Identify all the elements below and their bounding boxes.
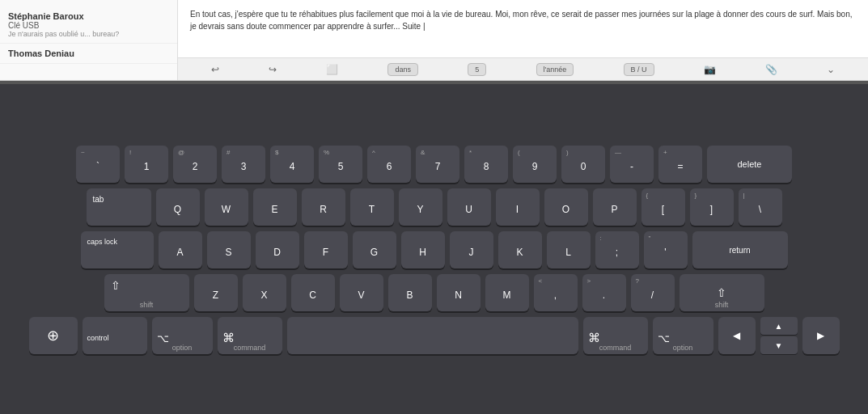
key-8[interactable]: * 8 [464, 146, 508, 183]
key-arrow-right[interactable]: ▶ [802, 317, 840, 354]
key-spacebar[interactable] [287, 317, 578, 354]
key-j[interactable]: J [450, 231, 493, 268]
key-g[interactable]: G [353, 231, 396, 268]
email-sender-2: Thomas Deniau [8, 49, 169, 58]
toolbar-btn-bu[interactable]: B / U [624, 63, 654, 76]
shift-right-icon: ⇧ [717, 286, 726, 299]
globe-icon: ⊕ [47, 327, 59, 344]
key-row-4: ⇧ shift Z X C V B N M < , > . ? / ⇧ shif… [16, 274, 852, 311]
key-v[interactable]: V [340, 274, 383, 311]
key-0[interactable]: ) 0 [561, 146, 605, 183]
key-t[interactable]: T [350, 188, 394, 226]
toolbar-btn-lannee[interactable]: l'année [536, 63, 574, 76]
email-item-2: Thomas Deniau [0, 44, 177, 64]
key-4[interactable]: $ 4 [270, 146, 314, 183]
key-e[interactable]: E [253, 188, 297, 226]
undo-icon[interactable]: ↩ [211, 64, 219, 75]
key-right-bracket[interactable]: } ] [690, 188, 734, 226]
key-equals[interactable]: + = [658, 146, 702, 183]
key-w[interactable]: W [205, 188, 248, 226]
key-tab[interactable]: tab [87, 188, 151, 226]
key-option-left[interactable]: ⌥ option [152, 317, 213, 354]
shift-left-label: shift [104, 301, 189, 309]
key-slash[interactable]: ? / [631, 274, 675, 311]
key-command-right[interactable]: ⌘ command [583, 317, 648, 354]
key-shift-left[interactable]: ⇧ shift [104, 274, 189, 311]
key-r[interactable]: R [302, 188, 345, 226]
key-7[interactable]: & 7 [416, 146, 459, 183]
key-b[interactable]: B [388, 274, 432, 311]
key-k[interactable]: K [498, 231, 542, 268]
key-semicolon[interactable]: : ; [595, 231, 639, 268]
command-right-label: command [583, 344, 648, 352]
email-item-1: Stéphanie Baroux Clé USB Je n'aurais pas… [0, 6, 177, 44]
paperclip-icon[interactable]: 📎 [765, 64, 777, 75]
email-list-panel: Stéphanie Baroux Clé USB Je n'aurais pas… [0, 0, 178, 80]
key-globe[interactable]: ⊕ [29, 317, 78, 354]
key-s[interactable]: S [207, 231, 251, 268]
key-return[interactable]: return [692, 231, 788, 268]
redo-icon[interactable]: ↪ [269, 64, 277, 75]
key-3[interactable]: # 3 [222, 146, 265, 183]
option-right-label: option [653, 344, 713, 352]
email-sender-1: Stéphanie Baroux [8, 11, 169, 21]
key-control[interactable]: control [83, 317, 147, 354]
key-p[interactable]: P [593, 188, 637, 226]
key-comma[interactable]: < , [534, 274, 578, 311]
option-right-icon: ⌥ [658, 332, 670, 344]
key-o[interactable]: O [544, 188, 588, 226]
key-arrow-left[interactable]: ◀ [718, 317, 756, 354]
key-d[interactable]: D [256, 231, 299, 268]
key-backtick[interactable]: ~ ` [76, 146, 120, 183]
key-u[interactable]: U [447, 188, 491, 226]
key-l[interactable]: L [547, 231, 591, 268]
chevron-down-icon[interactable]: ⌄ [827, 64, 835, 75]
camera-icon[interactable]: 📷 [704, 64, 716, 75]
email-preview-1: Je n'aurais pas oublié u... bureau? [8, 30, 169, 38]
key-z[interactable]: Z [194, 274, 238, 311]
key-n[interactable]: N [437, 274, 481, 311]
key-a[interactable]: A [159, 231, 202, 268]
key-h[interactable]: H [401, 231, 445, 268]
key-q[interactable]: Q [156, 188, 200, 226]
key-arrow-up[interactable]: ▲ [760, 317, 798, 335]
key-command-left[interactable]: ⌘ command [218, 317, 282, 354]
option-left-label: option [152, 344, 213, 352]
key-c[interactable]: C [291, 274, 335, 311]
caps-lock-label: caps lock [87, 238, 118, 246]
key-x[interactable]: X [243, 274, 286, 311]
key-minus[interactable]: — - [610, 146, 654, 183]
key-2[interactable]: @ 2 [173, 146, 217, 183]
option-left-icon: ⌥ [157, 332, 169, 344]
key-period[interactable]: > . [582, 274, 626, 311]
email-toolbar: ↩ ↪ ⬜ dans 5 l'année B / U 📷 📎 ⌄ [178, 57, 868, 80]
shift-left-icon: ⇧ [111, 279, 121, 292]
key-quote[interactable]: " ' [644, 231, 688, 268]
email-subject-1: Clé USB [8, 21, 169, 30]
paste-icon[interactable]: ⬜ [326, 64, 338, 75]
key-m[interactable]: M [485, 274, 529, 311]
arrow-up-down-cluster: ▲ ▼ [760, 317, 798, 354]
key-row-3: caps lock A S D F G H J K L : ; " ' retu… [16, 231, 852, 268]
key-6[interactable]: ^ 6 [367, 146, 411, 183]
key-caps-lock[interactable]: caps lock [81, 231, 154, 268]
key-9[interactable]: ( 9 [513, 146, 557, 183]
toolbar-btn-dans[interactable]: dans [387, 63, 418, 76]
key-backslash[interactable]: | \ [739, 188, 782, 226]
key-shift-right[interactable]: ⇧ shift [680, 274, 764, 311]
key-5[interactable]: % 5 [319, 146, 362, 183]
email-body-text: En tout cas, j'espère que tu te réhabitu… [190, 8, 856, 32]
key-f[interactable]: F [304, 231, 348, 268]
shift-right-label: shift [680, 301, 764, 309]
command-left-label: command [218, 344, 282, 352]
key-i[interactable]: I [496, 188, 540, 226]
key-y[interactable]: Y [399, 188, 442, 226]
key-option-right[interactable]: ⌥ option [653, 317, 713, 354]
key-left-bracket[interactable]: { [ [641, 188, 685, 226]
key-delete[interactable]: delete [707, 146, 792, 183]
key-1[interactable]: ! 1 [125, 146, 168, 183]
key-row-2: tab Q W E R T Y U I O P { [ } ] | \ [16, 188, 852, 226]
toolbar-btn-5[interactable]: 5 [468, 63, 486, 76]
key-row-5: ⊕ control ⌥ option ⌘ command ⌘ command ⌥… [16, 317, 852, 354]
key-arrow-down[interactable]: ▼ [760, 336, 798, 354]
